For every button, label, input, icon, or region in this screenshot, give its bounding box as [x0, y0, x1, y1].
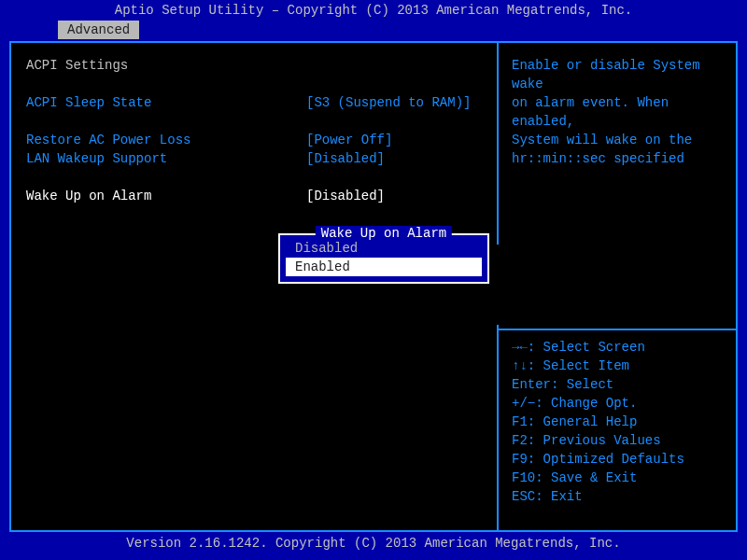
title-bar: Aptio Setup Utility – Copyright (C) 2013…	[0, 0, 747, 21]
setting-row-active[interactable]: Wake Up on Alarm [Disabled]	[26, 187, 482, 205]
key-hint: Enter: Select	[512, 375, 723, 394]
popup-option-disabled[interactable]: Disabled	[286, 239, 482, 258]
key-hint: ESC: Exit	[512, 487, 723, 506]
tab-advanced[interactable]: Advanced	[58, 21, 139, 39]
setting-row[interactable]: Restore AC Power Loss [Power Off]	[26, 131, 482, 149]
key-hint: ↑↓: Select Item	[512, 357, 723, 375]
section-heading: ACPI Settings	[26, 58, 306, 73]
footer-bar: Version 2.16.1242. Copyright (C) 2013 Am…	[0, 534, 747, 560]
key-hint: +/−: Change Opt.	[512, 394, 723, 413]
settings-pane: ACPI Settings ACPI Sleep State [S3 (Susp…	[11, 43, 497, 530]
help-text: System will wake on the	[512, 131, 723, 149]
option-popup: Wake Up on Alarm Disabled Enabled	[278, 233, 489, 284]
key-hint: F10: Save & Exit	[512, 469, 723, 487]
tab-strip: Advanced	[0, 21, 747, 41]
setting-label: LAN Wakeup Support	[26, 151, 306, 166]
main-frame: ACPI Settings ACPI Sleep State [S3 (Susp…	[9, 41, 738, 532]
setting-value: [Disabled]	[306, 189, 482, 203]
popup-option-enabled[interactable]: Enabled	[286, 258, 482, 276]
key-hint: F9: Optimized Defaults	[512, 450, 723, 469]
key-hint: →←: Select Screen	[512, 338, 723, 357]
setting-label: Restore AC Power Loss	[26, 133, 306, 147]
help-pane: Enable or disable System wake on alarm e…	[497, 43, 736, 530]
help-text: on alarm event. When enabled,	[512, 93, 723, 131]
help-text: hr::min::sec specified	[512, 149, 723, 168]
help-text: Enable or disable System wake	[512, 56, 723, 93]
setting-value: [Power Off]	[306, 133, 482, 147]
setting-row[interactable]: ACPI Sleep State [S3 (Suspend to RAM)]	[26, 93, 482, 112]
setting-label: Wake Up on Alarm	[26, 189, 306, 203]
setting-row[interactable]: LAN Wakeup Support [Disabled]	[26, 149, 482, 168]
popup-title: Wake Up on Alarm	[316, 226, 452, 241]
setting-value: [S3 (Suspend to RAM)]	[306, 95, 482, 110]
help-divider	[499, 329, 736, 330]
setting-value: [Disabled]	[306, 151, 482, 166]
setting-label: ACPI Sleep State	[26, 95, 306, 110]
key-hint: F1: General Help	[512, 413, 723, 431]
key-hint: F2: Previous Values	[512, 431, 723, 450]
